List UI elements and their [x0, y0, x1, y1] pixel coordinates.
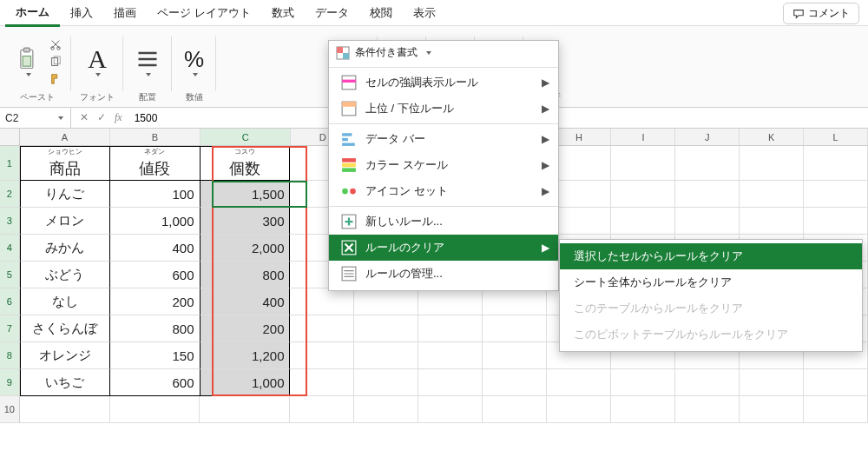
- cell-I2[interactable]: [611, 181, 675, 208]
- row-header-6[interactable]: 6: [0, 288, 20, 315]
- cell-L1[interactable]: [804, 146, 868, 181]
- format-painter-icon[interactable]: [49, 72, 62, 86]
- cell-C2[interactable]: 1,500: [201, 181, 291, 208]
- tab-view[interactable]: 表示: [403, 0, 446, 25]
- row-header-3[interactable]: 3: [0, 208, 20, 235]
- cell-A4[interactable]: みかん: [20, 235, 110, 262]
- paste-button[interactable]: [12, 45, 43, 78]
- cell-A9[interactable]: いちご: [20, 369, 110, 396]
- cell-G6[interactable]: [483, 288, 547, 315]
- col-header-C[interactable]: C: [201, 129, 291, 145]
- cell-F7[interactable]: [418, 315, 483, 342]
- cell-K9[interactable]: [740, 369, 804, 396]
- cell-D10[interactable]: [290, 396, 354, 423]
- tab-formulas[interactable]: 数式: [261, 0, 305, 25]
- cell-B5[interactable]: 600: [110, 262, 201, 288]
- cell-B3[interactable]: 1,000: [110, 208, 201, 235]
- cf-header[interactable]: 条件付き書式: [329, 41, 558, 65]
- cell-G8[interactable]: [483, 342, 547, 369]
- cf-clear-rules[interactable]: ルールのクリア▶: [329, 235, 558, 261]
- cell-K2[interactable]: [740, 181, 804, 208]
- cell-C8[interactable]: 1,200: [201, 342, 291, 369]
- cell-J1[interactable]: [675, 146, 740, 181]
- row-header-1[interactable]: 1: [0, 146, 20, 181]
- cell-C10[interactable]: [200, 396, 290, 423]
- cf-top-bottom[interactable]: 上位 / 下位ルール▶: [329, 96, 558, 122]
- cell-E10[interactable]: [354, 396, 418, 423]
- cell-I10[interactable]: [611, 396, 675, 423]
- col-header-I[interactable]: I: [611, 129, 675, 145]
- col-header-J[interactable]: J: [675, 129, 740, 145]
- cell-L2[interactable]: [804, 181, 868, 208]
- cell-D7[interactable]: [290, 315, 354, 342]
- cf-icon-sets[interactable]: アイコン セット▶: [329, 178, 558, 204]
- copy-icon[interactable]: [49, 55, 62, 69]
- cell-C5[interactable]: 800: [201, 262, 291, 288]
- row-header-9[interactable]: 9: [0, 369, 20, 396]
- cell-A10[interactable]: [20, 396, 110, 423]
- cancel-icon[interactable]: ✕: [80, 111, 89, 124]
- cell-A7[interactable]: さくらんぼ: [20, 315, 110, 342]
- cell-K1[interactable]: [740, 146, 804, 181]
- cell-E9[interactable]: [354, 369, 418, 396]
- cf-manage-rules[interactable]: ルールの管理...: [329, 261, 558, 287]
- cell-K10[interactable]: [740, 396, 804, 423]
- name-box[interactable]: C2: [0, 108, 71, 128]
- cell-J2[interactable]: [675, 181, 740, 208]
- cell-J10[interactable]: [675, 396, 740, 423]
- cell-L3[interactable]: [804, 208, 868, 235]
- cell-C6[interactable]: 400: [201, 288, 291, 315]
- align-button[interactable]: [132, 45, 163, 78]
- cell-B7[interactable]: 800: [110, 315, 201, 342]
- row-header-5[interactable]: 5: [0, 262, 20, 288]
- cell-B8[interactable]: 150: [110, 342, 201, 369]
- cell-I1[interactable]: [611, 146, 675, 181]
- cf-data-bars[interactable]: データ バー▶: [329, 126, 558, 152]
- cell-B1[interactable]: ネダン 値段: [110, 146, 201, 181]
- cell-E7[interactable]: [354, 315, 418, 342]
- cell-A1[interactable]: ショウヒン 商品: [20, 146, 110, 181]
- cell-B6[interactable]: 200: [110, 288, 201, 315]
- cf-highlight-cells[interactable]: セルの強調表示ルール▶: [329, 70, 558, 96]
- tab-home[interactable]: ホーム: [5, 0, 60, 27]
- tab-draw[interactable]: 描画: [103, 0, 147, 25]
- tab-pagelayout[interactable]: ページ レイアウト: [147, 0, 261, 25]
- cell-A6[interactable]: なし: [20, 288, 110, 315]
- number-format-button[interactable]: %: [181, 45, 207, 78]
- cell-L9[interactable]: [804, 369, 868, 396]
- tab-insert[interactable]: 挿入: [60, 0, 103, 25]
- cell-B4[interactable]: 400: [110, 235, 201, 262]
- font-button[interactable]: A: [84, 45, 110, 78]
- cell-F8[interactable]: [418, 342, 483, 369]
- confirm-icon[interactable]: ✓: [97, 111, 106, 124]
- cf-color-scales[interactable]: カラー スケール▶: [329, 152, 558, 178]
- cell-G7[interactable]: [483, 315, 547, 342]
- col-header-K[interactable]: K: [740, 129, 804, 145]
- cell-J3[interactable]: [675, 208, 740, 235]
- cell-E6[interactable]: [354, 288, 418, 315]
- fx-icon[interactable]: fx: [115, 111, 122, 124]
- col-header-A[interactable]: A: [20, 129, 110, 145]
- cell-F6[interactable]: [418, 288, 483, 315]
- tab-review[interactable]: 校閲: [359, 0, 403, 25]
- row-header-4[interactable]: 4: [0, 235, 20, 262]
- cell-D9[interactable]: [290, 369, 354, 396]
- col-header-L[interactable]: L: [804, 129, 868, 145]
- row-header-8[interactable]: 8: [0, 342, 20, 369]
- cell-F10[interactable]: [418, 396, 483, 423]
- cell-I3[interactable]: [611, 208, 675, 235]
- cell-I9[interactable]: [611, 369, 675, 396]
- col-header-B[interactable]: B: [110, 129, 201, 145]
- cell-D8[interactable]: [290, 342, 354, 369]
- cell-G9[interactable]: [483, 369, 547, 396]
- cell-C7[interactable]: 200: [201, 315, 291, 342]
- cell-B9[interactable]: 600: [110, 369, 201, 396]
- cut-icon[interactable]: [49, 37, 62, 51]
- cell-A5[interactable]: ぶどう: [20, 262, 110, 288]
- cell-L10[interactable]: [804, 396, 868, 423]
- cell-H9[interactable]: [547, 369, 611, 396]
- cell-A8[interactable]: オレンジ: [20, 342, 110, 369]
- clear-rules-selected-cells[interactable]: 選択したセルからルールをクリア: [560, 243, 862, 269]
- cell-H10[interactable]: [547, 396, 611, 423]
- cell-J9[interactable]: [675, 369, 740, 396]
